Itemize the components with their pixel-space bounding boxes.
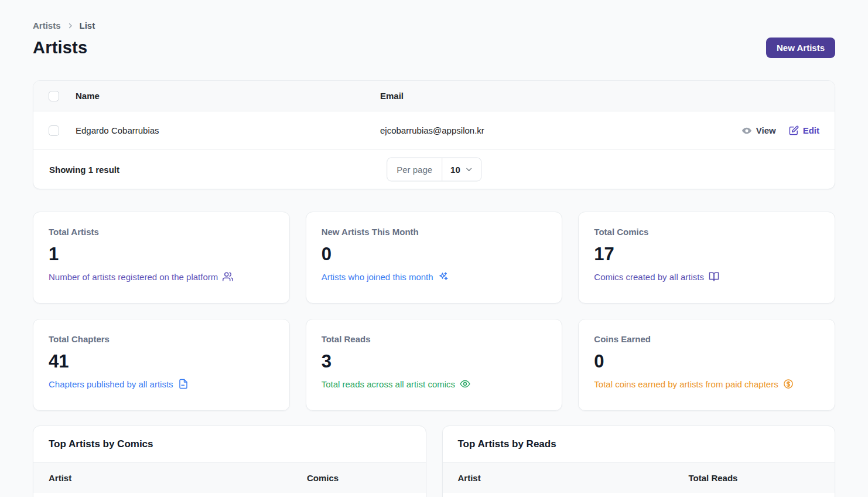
top-comics-table-header: Artist Comics [33, 462, 426, 493]
stat-value: 41 [49, 352, 274, 372]
breadcrumb-list[interactable]: List [80, 21, 95, 30]
stat-card-total-reads: Total Reads 3 Total reads across all art… [306, 319, 563, 411]
breadcrumb-artists[interactable]: Artists [33, 21, 61, 30]
stat-label: Coins Earned [594, 334, 819, 344]
artist-email-cell: ejcobarrubias@appsilon.kr [380, 125, 741, 135]
stat-card-new-artists: New Artists This Month 0 Artists who joi… [306, 212, 563, 304]
stat-label: Total Comics [594, 227, 819, 237]
edit-link[interactable]: Edit [789, 125, 819, 135]
artists-table: Name Email Edgardo Cobarrubias ejcobarru… [33, 80, 835, 189]
stat-label: Total Chapters [49, 334, 274, 344]
stat-value: 0 [594, 352, 819, 372]
stat-value: 0 [322, 244, 547, 264]
results-count: Showing 1 result [49, 165, 119, 175]
page-header: Artists New Artists [33, 38, 835, 58]
table-footer: Showing 1 result Per page 10 [33, 150, 835, 189]
edit-label: Edit [803, 125, 819, 135]
stats-grid: Total Artists 1 Number of artists regist… [33, 212, 835, 411]
per-page-select[interactable]: 10 [442, 158, 481, 181]
per-page-label: Per page [387, 158, 442, 181]
stat-description: Total reads across all artist comics [322, 379, 547, 389]
stat-description: Number of artists registered on the plat… [49, 271, 274, 282]
file-text-icon [178, 379, 189, 389]
coin-dollar-icon [783, 379, 794, 389]
panel-title: Top Artists by Comics [33, 426, 426, 462]
edit-pencil-icon [789, 125, 799, 135]
column-header-artist: Artist [49, 473, 307, 483]
eye-circle-icon [460, 379, 470, 389]
stat-description: Artists who joined this month [322, 271, 547, 282]
stat-value: 1 [49, 244, 274, 264]
stat-description: Total coins earned by artists from paid … [594, 379, 819, 389]
panel-title: Top Artists by Reads [443, 426, 835, 462]
column-header-email: Email [380, 91, 819, 101]
new-artists-button[interactable]: New Artists [766, 38, 835, 58]
artist-name-cell: Edgardo Cobarrubias [76, 125, 380, 135]
eye-icon [741, 125, 752, 136]
stat-value: 3 [322, 352, 547, 372]
column-header-comics: Comics [307, 473, 411, 483]
stat-value: 17 [594, 244, 819, 264]
column-header-name: Name [76, 91, 380, 101]
artists-table-header: Name Email [33, 81, 835, 111]
book-open-icon [709, 271, 719, 282]
top-artists-by-comics-panel: Top Artists by Comics Artist Comics [33, 425, 426, 497]
stat-card-coins-earned: Coins Earned 0 Total coins earned by art… [578, 319, 835, 411]
column-header-artist: Artist [458, 473, 689, 483]
chevron-down-icon [465, 166, 473, 173]
top-reads-table-header: Artist Total Reads [443, 462, 835, 493]
users-icon [223, 271, 233, 282]
stat-card-total-chapters: Total Chapters 41 Chapters published by … [33, 319, 290, 411]
stat-card-total-artists: Total Artists 1 Number of artists regist… [33, 212, 290, 304]
chevron-right-icon [67, 22, 74, 29]
page-container: Artists List Artists New Artists Name Em… [0, 21, 868, 497]
row-actions: View Edit [741, 125, 819, 136]
view-label: View [756, 125, 776, 135]
per-page-control: Per page 10 [387, 158, 481, 182]
top-artists-by-reads-panel: Top Artists by Reads Artist Total Reads [442, 425, 836, 497]
table-row: Edgardo Cobarrubias ejcobarrubias@appsil… [33, 111, 835, 150]
top-artists-panels: Top Artists by Comics Artist Comics Top … [33, 425, 835, 497]
stat-label: New Artists This Month [322, 227, 547, 237]
sparkles-icon [438, 271, 449, 282]
stat-card-total-comics: Total Comics 17 Comics created by all ar… [578, 212, 835, 304]
per-page-value: 10 [450, 165, 460, 175]
stat-description: Chapters published by all artists [49, 379, 274, 389]
stat-label: Total Reads [322, 334, 547, 344]
page-title: Artists [33, 38, 87, 57]
breadcrumb: Artists List [33, 21, 835, 30]
select-all-checkbox[interactable] [49, 91, 59, 101]
view-link[interactable]: View [741, 125, 776, 136]
stat-description: Comics created by all artists [594, 271, 819, 282]
row-checkbox[interactable] [49, 125, 59, 136]
stat-label: Total Artists [49, 227, 274, 237]
column-header-total-reads: Total Reads [689, 473, 820, 483]
